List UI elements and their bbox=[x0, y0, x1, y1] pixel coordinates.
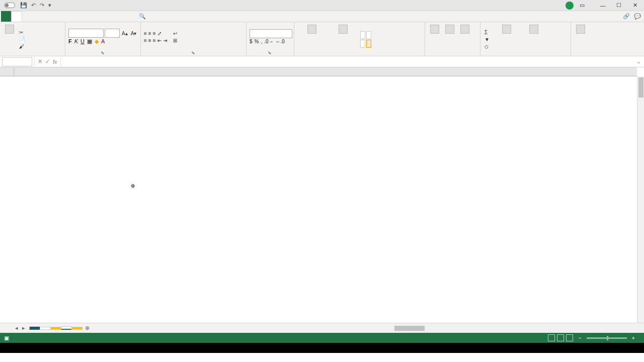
align-bottom-icon[interactable]: ≡ bbox=[153, 31, 156, 36]
merge-center-button[interactable]: ⊞ bbox=[172, 37, 180, 44]
tell-me-search[interactable]: 🔍 bbox=[139, 11, 148, 22]
format-cells-button[interactable] bbox=[458, 24, 471, 55]
cut-button[interactable]: ✂ bbox=[18, 29, 28, 36]
tab-einfuegen[interactable] bbox=[22, 11, 32, 22]
sheet-nav-prev-icon[interactable]: ◂ bbox=[15, 325, 18, 331]
name-box[interactable] bbox=[2, 57, 32, 66]
fx-icon[interactable]: fx bbox=[53, 59, 57, 65]
increase-decimal-icon[interactable]: .0→ bbox=[264, 39, 273, 44]
tab-entwickler[interactable] bbox=[83, 11, 93, 22]
tab-fuzzy[interactable] bbox=[113, 11, 123, 22]
sheet-tab-tabelle1[interactable] bbox=[40, 327, 51, 330]
undo-icon[interactable]: ↶ bbox=[31, 2, 36, 9]
number-dialog-launcher-icon[interactable]: ⬊ bbox=[268, 50, 273, 55]
font-size-select[interactable] bbox=[105, 29, 120, 38]
number-format-select[interactable] bbox=[250, 29, 292, 38]
page-layout-view-icon[interactable] bbox=[557, 334, 564, 341]
sheet-tab-pivot-b[interactable] bbox=[71, 327, 83, 330]
page-break-view-icon[interactable] bbox=[566, 334, 573, 341]
conditional-formatting-button[interactable] bbox=[297, 24, 327, 55]
indent-decrease-icon[interactable]: ⇤ bbox=[157, 38, 162, 43]
insert-cells-button[interactable] bbox=[428, 24, 441, 55]
worksheet-grid[interactable]: ⊕ bbox=[0, 67, 644, 323]
zoom-out-icon[interactable]: − bbox=[578, 335, 581, 341]
normal-view-icon[interactable] bbox=[548, 334, 555, 341]
tab-daten[interactable] bbox=[52, 11, 62, 22]
wrap-text-button[interactable]: ↩ bbox=[172, 30, 180, 37]
tab-powerpivot[interactable] bbox=[123, 11, 133, 22]
format-painter-button[interactable]: 🖌 bbox=[18, 43, 28, 50]
autosum-button[interactable]: Σ bbox=[484, 29, 492, 36]
select-all-corner[interactable] bbox=[0, 67, 14, 76]
expand-formula-bar-icon[interactable]: ⌄ bbox=[633, 58, 644, 65]
font-name-select[interactable] bbox=[68, 29, 104, 38]
sort-filter-button[interactable] bbox=[494, 24, 519, 55]
tab-ueberpruefen[interactable] bbox=[62, 11, 72, 22]
comma-icon[interactable]: , bbox=[261, 39, 262, 44]
align-right-icon[interactable]: ≡ bbox=[153, 38, 156, 43]
clear-button[interactable]: ◇ bbox=[484, 43, 492, 50]
new-sheet-icon[interactable]: ⊕ bbox=[85, 325, 90, 331]
tab-formeln[interactable] bbox=[42, 11, 52, 22]
increase-font-icon[interactable]: A▴ bbox=[121, 29, 129, 38]
qat-dropdown-icon[interactable]: ▾ bbox=[48, 2, 51, 9]
orientation-icon[interactable]: ⤢ bbox=[157, 31, 162, 36]
ribbon-display-icon[interactable]: ▭ bbox=[580, 2, 585, 9]
sheet-nav-next-icon[interactable]: ▸ bbox=[22, 325, 25, 331]
align-left-icon[interactable]: ≡ bbox=[144, 38, 147, 43]
find-select-button[interactable] bbox=[521, 24, 546, 55]
share-button[interactable]: 🔗 bbox=[623, 13, 630, 20]
zoom-in-icon[interactable]: + bbox=[632, 335, 635, 341]
minimize-icon[interactable]: — bbox=[596, 1, 610, 10]
align-center-icon[interactable]: ≡ bbox=[148, 38, 151, 43]
tab-seitenlayout[interactable] bbox=[32, 11, 42, 22]
accept-formula-icon[interactable]: ✓ bbox=[45, 58, 50, 65]
tab-ansicht[interactable] bbox=[72, 11, 83, 22]
decrease-decimal-icon[interactable]: ←.0 bbox=[276, 39, 285, 44]
comments-button[interactable]: 💬 bbox=[634, 13, 641, 20]
fill-color-button[interactable]: ◆ bbox=[95, 38, 99, 45]
cancel-formula-icon[interactable]: ✕ bbox=[38, 58, 42, 65]
align-dialog-launcher-icon[interactable]: ⬊ bbox=[191, 50, 196, 55]
scroll-thumb[interactable] bbox=[638, 77, 643, 98]
horizontal-scrollbar[interactable] bbox=[392, 325, 644, 332]
sheet-tab-pivot-a[interactable] bbox=[50, 327, 61, 330]
border-button[interactable]: ▦ bbox=[87, 38, 92, 45]
cell-style-3[interactable] bbox=[360, 40, 365, 48]
save-icon[interactable]: 💾 bbox=[20, 2, 27, 9]
indent-increase-icon[interactable]: ⇥ bbox=[163, 38, 167, 43]
hscroll-thumb[interactable] bbox=[394, 326, 425, 331]
fill-button[interactable]: ▼ bbox=[484, 36, 492, 43]
autosave-toggle[interactable] bbox=[2, 3, 15, 8]
sheet-tab-variationskoeffizient[interactable] bbox=[61, 326, 72, 330]
format-as-table-button[interactable] bbox=[329, 24, 358, 55]
tab-start[interactable] bbox=[11, 11, 22, 22]
file-tab[interactable] bbox=[1, 11, 11, 22]
cell-style-4[interactable] bbox=[366, 40, 371, 48]
cell-style-1[interactable] bbox=[360, 31, 365, 39]
maximize-icon[interactable]: ☐ bbox=[612, 1, 626, 10]
italic-button[interactable]: K bbox=[74, 38, 78, 45]
toggle-switch-icon[interactable] bbox=[4, 3, 15, 8]
close-icon[interactable]: ✕ bbox=[628, 1, 642, 10]
percent-icon[interactable]: % bbox=[255, 39, 259, 44]
record-macro-icon[interactable]: ▣ bbox=[4, 335, 9, 341]
redo-icon[interactable]: ↷ bbox=[40, 2, 44, 9]
underline-button[interactable]: U bbox=[80, 38, 85, 45]
zoom-slider[interactable] bbox=[587, 337, 627, 339]
decrease-font-icon[interactable]: A▾ bbox=[130, 29, 138, 38]
currency-icon[interactable]: $ bbox=[250, 39, 253, 44]
ideas-button[interactable] bbox=[574, 24, 587, 55]
delete-cells-button[interactable] bbox=[443, 24, 456, 55]
formula-input[interactable] bbox=[61, 57, 633, 66]
align-middle-icon[interactable]: ≡ bbox=[148, 31, 151, 36]
user-avatar-icon[interactable] bbox=[566, 2, 574, 10]
font-dialog-launcher-icon[interactable]: ⬊ bbox=[101, 50, 106, 55]
tab-factset[interactable] bbox=[103, 11, 113, 22]
sheet-tab-rohdaten[interactable] bbox=[29, 326, 40, 330]
copy-button[interactable]: 📄 bbox=[18, 36, 28, 43]
tab-hilfe[interactable] bbox=[93, 11, 103, 22]
font-color-button[interactable]: A bbox=[101, 38, 105, 45]
cell-style-2[interactable] bbox=[366, 31, 371, 39]
vertical-scrollbar[interactable] bbox=[637, 76, 644, 323]
